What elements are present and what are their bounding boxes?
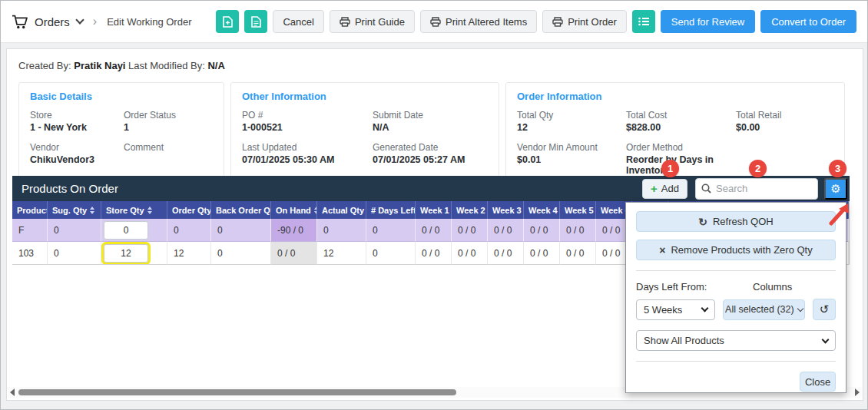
cell-week-4: 0 / 0 [524,242,560,265]
divider [636,361,836,362]
columns-multiselect[interactable]: All selected (32) [723,299,806,320]
gear-icon: ⚙ [830,182,840,196]
table-settings-button[interactable]: ⚙ [824,178,847,200]
annotation-badge-1: 1 [661,160,679,177]
print-order-button[interactable]: Print Order [542,10,627,33]
column-header-week-2[interactable]: Week 2 [452,201,488,219]
table-settings-popover: ↻ Refresh QOH × Remove Products with Zer… [625,202,846,393]
breadcrumb: Orders › Edit Working Order [12,15,191,29]
days-left-from-label: Days Left From: [636,281,753,293]
basic-details-panel: Basic Details Store1 - New York Order St… [18,82,224,186]
store-qty-input[interactable] [104,244,148,263]
order-information-title: Order Information [517,91,833,102]
printer-icon [340,17,350,27]
order-edit-page: Orders › Edit Working Order Cancel Print… [0,0,868,410]
printer-icon [552,17,563,27]
search-input[interactable] [716,183,812,194]
cell-actual-qty: 0 [317,219,366,242]
chevron-down-icon [797,306,803,312]
annotation-badge-3: 3 [829,160,846,177]
column-header-on-hand[interactable]: On Hand [271,201,317,219]
created-by-label: Created By: [18,60,71,71]
scrollbar-thumb[interactable] [18,389,456,395]
cell-sug-qty: 0 [48,219,101,242]
column-header-order-qty[interactable]: Order Qty [167,201,211,219]
annotation-arrow-icon [828,201,851,226]
column-header-week-1[interactable]: Week 1 [416,201,452,219]
document-file-button[interactable] [244,10,267,33]
other-information-panel: Other Information PO #1-000521 Submit Da… [230,82,499,186]
add-product-button[interactable]: + Add [642,179,687,199]
cell-week-1: 0 / 0 [416,242,452,265]
send-for-review-button[interactable]: Send for Review [661,10,755,33]
days-left-select[interactable]: 5 Weeks [636,299,715,320]
column-header-week-3[interactable]: Week 3 [488,201,524,219]
chevron-down-icon [822,336,830,343]
column-header-store-qty[interactable]: Store Qty [101,201,167,219]
field-total-cost: Total Cost$828.00 [626,110,736,133]
cell-order-qty: 12 [167,242,211,265]
cell-days-left: 0 [366,242,416,265]
cancel-button[interactable]: Cancel [273,10,323,33]
close-icon: × [659,244,665,256]
cell-week-1: 0 / 0 [416,219,452,242]
convert-to-order-button[interactable]: Convert to Order [760,10,856,33]
column-header-days-left[interactable]: # Days Left [366,201,416,219]
cell-order-qty: 0 [167,219,211,242]
column-header-week-4[interactable]: Week 4 [524,201,560,219]
scroll-right-arrow[interactable] [853,387,862,398]
column-header-back-order-qty[interactable]: Back Order Qty [211,201,271,219]
undo-icon: ↺ [820,303,830,316]
annotation-badge-2: 2 [749,160,767,177]
field-order-method: Order MethodReorder by Days in Inventory [626,142,736,176]
chevron-down-icon[interactable] [75,15,84,24]
field-total-retail: Total Retail$0.00 [736,110,833,133]
printer-icon [430,17,441,27]
cell-week-2: 0 / 0 [452,219,488,242]
list-view-button[interactable] [632,10,655,33]
search-icon [701,184,711,193]
store-qty-input[interactable] [104,221,148,240]
column-header-actual-qty[interactable]: Actual Qty [317,201,366,219]
show-products-select[interactable]: Show All Products [636,330,836,351]
list-icon [638,17,649,26]
print-altered-items-button[interactable]: Print Altered Items [420,10,537,33]
field-comment: Comment [124,142,213,165]
field-total-qty: Total Qty12 [517,110,626,133]
basic-details-title: Basic Details [30,91,213,102]
divider [636,270,836,271]
cell-week-3: 0 / 0 [488,242,524,265]
column-header-week-5[interactable]: Week 5 [560,201,596,219]
cell-back-order-qty: 0 [211,219,271,242]
cell-week-2: 0 / 0 [452,242,488,265]
other-information-title: Other Information [242,91,488,102]
remove-zero-qty-button[interactable]: × Remove Products with Zero Qty [636,240,836,260]
created-by-line: Created By: Pratik Nayi Last Modified By… [18,60,225,71]
refresh-qoh-button[interactable]: ↻ Refresh QOH [636,211,836,232]
modified-by-value: N/A [207,60,224,71]
field-generated-date: Generated Date07/01/2025 05:27 AM [373,142,488,165]
reset-columns-button[interactable]: ↺ [813,299,836,320]
column-header-sug-qty[interactable]: Sug. Qty [48,201,101,219]
chevron-down-icon [701,305,708,312]
cell-week-3: 0 / 0 [488,219,524,242]
column-header-product[interactable]: Product [12,201,48,219]
field-vendor-min-amount: Vendor Min Amount$0.01 [517,142,626,176]
columns-label: Columns [753,281,792,293]
info-panels: Basic Details Store1 - New York Order St… [18,82,845,186]
cell-product: 103 [12,242,48,265]
top-navbar: Orders › Edit Working Order Cancel Print… [1,1,867,43]
products-header-bar: Products On Order + Add ⚙ [12,176,850,201]
close-popover-button[interactable]: Close [800,372,836,392]
field-order-status: Order Status1 [124,110,213,133]
cell-days-left: 0 [366,219,416,242]
field-po-number: PO #1-000521 [242,110,373,133]
print-guide-button[interactable]: Print Guide [330,10,415,33]
toolbar: Cancel Print Guide Print Altered Items P… [216,10,856,33]
orders-menu[interactable]: Orders [35,15,70,28]
cell-product: F [12,219,48,242]
export-file-button[interactable] [216,10,239,33]
scroll-left-arrow[interactable] [8,387,17,398]
refresh-icon: ↻ [698,216,707,228]
breadcrumb-separator-icon: › [93,15,97,28]
